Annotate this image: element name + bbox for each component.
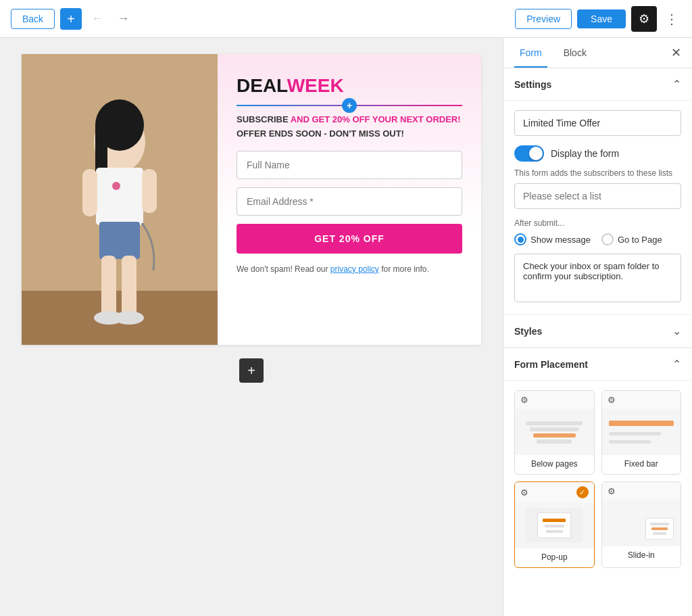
svg-rect-9: [101, 256, 116, 316]
below-bar3: [533, 433, 576, 437]
popup-gear-icon[interactable]: ⚙: [520, 488, 528, 498]
radio-go-to-page-label: Go to Page: [618, 235, 662, 245]
toolbar-right: Preview Save ⚙ ⋮: [515, 6, 681, 32]
save-button[interactable]: Save: [577, 9, 626, 28]
undo-button[interactable]: ←: [87, 9, 107, 28]
radio-show-message-circle: [514, 233, 526, 245]
add-block-button[interactable]: +: [239, 358, 264, 383]
below-bar4: [537, 440, 572, 444]
email-input[interactable]: [237, 187, 462, 216]
privacy-link[interactable]: privacy policy: [330, 264, 379, 274]
preview-content: DEALWEEK + SUBSCRIBE AND GET 20% OFF YOU…: [218, 54, 481, 345]
radio-row: Show message Go to Page: [514, 233, 681, 245]
fixed-label: Fixed bar: [602, 455, 681, 474]
below-gear-icon[interactable]: ⚙: [520, 395, 528, 405]
display-toggle-label: Display the form: [551, 148, 619, 159]
spam-text: We don't spam! Read our privacy policy f…: [237, 263, 462, 275]
settings-section-body: Display the form This form adds the subs…: [503, 101, 692, 315]
main-layout: DEALWEEK + SUBSCRIBE AND GET 20% OFF YOU…: [0, 38, 692, 616]
fixed-gear-icon[interactable]: ⚙: [608, 395, 616, 405]
tab-block[interactable]: Block: [558, 38, 592, 68]
placement-chevron: ⌃: [672, 358, 681, 371]
divider-plus: +: [342, 98, 357, 113]
offer-sub: OFFER ENDS SOON - DON'T MISS OUT!: [237, 128, 462, 139]
radio-show-message[interactable]: Show message: [514, 233, 591, 245]
close-panel-button[interactable]: ✕: [671, 38, 681, 68]
placement-fixed-header: ⚙: [602, 391, 681, 409]
more-options-button[interactable]: ⋮: [662, 8, 681, 30]
form-name-input[interactable]: [514, 110, 681, 136]
slidein-gear-icon[interactable]: ⚙: [608, 486, 616, 496]
plus-icon: +: [67, 12, 75, 26]
back-button[interactable]: Back: [11, 9, 55, 29]
below-preview: [515, 409, 594, 455]
styles-title: Styles: [514, 326, 542, 337]
popup-check-badge: ✓: [576, 486, 589, 498]
person-image: [22, 54, 218, 345]
display-toggle[interactable]: [514, 145, 544, 162]
svg-rect-10: [122, 256, 137, 316]
styles-section: Styles ⌄: [503, 315, 692, 348]
dont-miss-text: - DON'T MISS OUT!: [322, 128, 404, 139]
add-block-area: +: [16, 358, 487, 383]
radio-dot: [518, 237, 524, 243]
placement-section-header[interactable]: Form Placement ⌃: [503, 348, 692, 381]
placement-fixed-bar[interactable]: ⚙ Fixed bar: [601, 390, 682, 475]
svg-point-13: [112, 182, 120, 190]
deal-text: DEAL: [237, 75, 287, 96]
placement-slidein-header: ⚙: [602, 482, 681, 500]
right-panel: Form Block ✕ Settings ⌃ Display the form…: [503, 38, 692, 616]
settings-section-header[interactable]: Settings ⌃: [503, 68, 692, 101]
offer-text: SUBSCRIBE AND GET 20% OFF YOUR NEXT ORDE…: [237, 114, 462, 124]
svg-rect-6: [82, 169, 97, 216]
radio-go-to-page[interactable]: Go to Page: [601, 233, 662, 245]
settings-title: Settings: [514, 79, 551, 90]
spam-suffix: for more info.: [379, 264, 429, 274]
placement-section: Form Placement ⌃ ⚙: [503, 348, 692, 577]
preview-image: [22, 54, 218, 345]
styles-chevron: ⌄: [672, 325, 681, 337]
placement-slidein[interactable]: ⚙ Slide-in: [601, 481, 682, 568]
ellipsis-icon: ⋮: [665, 11, 678, 26]
placement-below-pages[interactable]: ⚙ Below pages: [514, 390, 595, 475]
slidein-preview: [602, 500, 681, 546]
subscribe-text: SUBSCRIBE: [237, 114, 289, 124]
slidein-label: Slide-in: [602, 546, 681, 565]
after-submit-label: After submit...: [514, 218, 681, 228]
toolbar: Back + ← → Preview Save ⚙ ⋮: [0, 0, 692, 38]
offer-highlight: AND GET 20% OFF YOUR NEXT ORDER!: [289, 114, 461, 124]
panel-tabs: Form Block ✕: [503, 38, 692, 68]
radio-go-to-page-circle: [601, 233, 614, 245]
placement-below-header: ⚙: [515, 391, 594, 409]
spam-prefix: We don't spam! Read our: [237, 264, 330, 274]
lists-select-input[interactable]: [514, 183, 681, 209]
below-label: Below pages: [515, 455, 594, 474]
display-toggle-row: Display the form: [514, 145, 681, 162]
svg-rect-7: [142, 169, 157, 213]
lists-helper-text: This form adds the subscribers to these …: [514, 168, 681, 178]
deal-title: DEALWEEK: [237, 76, 462, 97]
form-preview-container: DEALWEEK + SUBSCRIBE AND GET 20% OFF YOU…: [22, 54, 481, 345]
preview-button[interactable]: Preview: [515, 9, 572, 29]
placement-grid: ⚙ Below pages ⚙: [503, 381, 692, 577]
styles-section-header[interactable]: Styles ⌄: [503, 315, 692, 348]
svg-rect-8: [99, 222, 140, 259]
divider-line: +: [237, 105, 462, 106]
radio-show-message-label: Show message: [530, 235, 591, 245]
tab-form[interactable]: Form: [514, 38, 547, 68]
below-bar2: [530, 427, 579, 431]
full-name-input[interactable]: [237, 151, 462, 179]
gear-icon: ⚙: [639, 11, 649, 26]
canvas-area: DEALWEEK + SUBSCRIBE AND GET 20% OFF YOU…: [0, 38, 503, 616]
svg-point-12: [114, 311, 144, 325]
message-textarea[interactable]: Check your inbox or spam folder to confi…: [514, 254, 681, 302]
toolbar-left: Back + ← →: [11, 8, 133, 30]
placement-popup[interactable]: ⚙ ✓: [514, 481, 595, 568]
add-button[interactable]: +: [60, 8, 82, 30]
below-bar1: [526, 421, 583, 425]
cta-button[interactable]: GET 20% OFF: [237, 224, 462, 254]
week-text: WEEK: [287, 75, 344, 96]
settings-button[interactable]: ⚙: [631, 6, 657, 32]
redo-button[interactable]: →: [113, 9, 133, 28]
offer-ends-text: OFFER ENDS SOON: [237, 128, 322, 139]
